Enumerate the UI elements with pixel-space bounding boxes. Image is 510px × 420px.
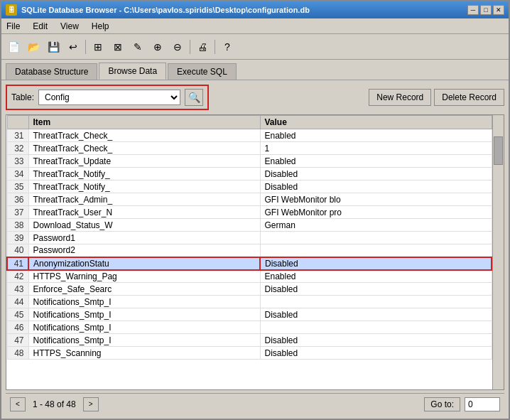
- cell-num: 41: [7, 257, 28, 270]
- cell-num: 40: [7, 244, 28, 257]
- col-header-value: Value: [260, 116, 492, 129]
- cell-value: GFI WebMonitor pro: [260, 206, 492, 219]
- table-row[interactable]: 41AnonymizationStatuDisabled: [7, 257, 492, 270]
- table-selector-box: Table: Config 🔍: [6, 85, 209, 110]
- goto-input[interactable]: [465, 397, 500, 411]
- table-row[interactable]: 45Notifications_Smtp_IDisabled: [7, 308, 492, 321]
- menu-edit[interactable]: Edit: [31, 21, 50, 32]
- table-row[interactable]: 43Enforce_Safe_SearcDisabled: [7, 283, 492, 296]
- cell-item: Enforce_Safe_Searc: [28, 283, 260, 296]
- toolbar: 📄 📂 💾 ↩ ⊞ ⊠ ✎ ⊕ ⊖ 🖨 ?: [1, 34, 509, 60]
- cell-num: 43: [7, 283, 28, 296]
- cell-num: 34: [7, 168, 28, 181]
- cell-item: ThreatTrack_User_N: [28, 206, 260, 219]
- window-controls: ─ □ ✕: [467, 5, 504, 15]
- page-info: 1 - 48 of 48: [28, 398, 80, 411]
- cell-item: Download_Status_W: [28, 219, 260, 232]
- title-bar-left: 🗄 SQLite Database Browser - C:\Users\pav…: [6, 4, 310, 16]
- menu-file[interactable]: File: [4, 21, 22, 32]
- delete-table-button[interactable]: ⊠: [109, 38, 127, 56]
- edit-table-button[interactable]: ✎: [129, 38, 147, 56]
- data-table-container: Item Value 31ThreatTrack_Check_Enabled32…: [6, 114, 504, 390]
- cell-value: [260, 321, 492, 334]
- cell-item: Password1: [28, 232, 260, 244]
- cell-item: Notifications_Smtp_I: [28, 296, 260, 308]
- cell-value: [260, 296, 492, 308]
- search-icon: 🔍: [188, 92, 200, 103]
- table-dropdown[interactable]: Config: [38, 90, 180, 105]
- scrollbar[interactable]: [492, 115, 504, 389]
- table-row[interactable]: 47Notifications_Smtp_IDisabled: [7, 334, 492, 347]
- cell-value: Disabled: [260, 283, 492, 296]
- help-button[interactable]: ?: [218, 38, 237, 56]
- table-search-button[interactable]: 🔍: [185, 89, 203, 106]
- table-row[interactable]: 39Password1: [7, 232, 492, 244]
- app-icon: 🗄: [6, 4, 17, 16]
- cell-value: [260, 232, 492, 244]
- cell-num: 48: [7, 347, 28, 360]
- table-row[interactable]: 40Password2: [7, 244, 492, 257]
- tab-database-structure[interactable]: Database Structure: [6, 63, 97, 80]
- data-table: Item Value 31ThreatTrack_Check_Enabled32…: [6, 115, 492, 360]
- prev-page-button[interactable]: <: [10, 397, 26, 411]
- menu-view[interactable]: View: [58, 21, 81, 32]
- cell-num: 46: [7, 321, 28, 334]
- cell-value: GFI WebMonitor blo: [260, 193, 492, 206]
- delete-row-button[interactable]: ⊖: [168, 38, 187, 56]
- cell-item: ThreatTrack_Admin_: [28, 193, 260, 206]
- cell-item: Notifications_Smtp_I: [28, 321, 260, 334]
- table-row[interactable]: 35ThreatTrack_Notify_Disabled: [7, 181, 492, 193]
- maximize-button[interactable]: □: [480, 5, 492, 15]
- save-button[interactable]: 💾: [44, 38, 63, 56]
- close-button[interactable]: ✕: [493, 5, 504, 15]
- table-row[interactable]: 48HTTPS_ScanningDisabled: [7, 347, 492, 360]
- cell-num: 45: [7, 308, 28, 321]
- status-bar: < 1 - 48 of 48 > Go to:: [6, 393, 504, 414]
- table-row[interactable]: 44Notifications_Smtp_I: [7, 296, 492, 308]
- goto-controls: Go to:: [424, 397, 500, 411]
- table-row[interactable]: 38Download_Status_WGerman: [7, 219, 492, 232]
- cell-value: Enabled: [260, 155, 492, 168]
- cell-item: Password2: [28, 244, 260, 257]
- cell-item: HTTPS_Warning_Pag: [28, 270, 260, 283]
- table-scroll[interactable]: Item Value 31ThreatTrack_Check_Enabled32…: [6, 115, 492, 389]
- cell-num: 33: [7, 155, 28, 168]
- table-row[interactable]: 37ThreatTrack_User_NGFI WebMonitor pro: [7, 206, 492, 219]
- tab-execute-sql[interactable]: Execute SQL: [168, 63, 237, 80]
- cell-num: 37: [7, 206, 28, 219]
- print-button[interactable]: 🖨: [193, 38, 212, 56]
- header-row: Item Value: [7, 116, 492, 129]
- table-row[interactable]: 42HTTPS_Warning_PagEnabled: [7, 270, 492, 283]
- cell-item: ThreatTrack_Check_: [28, 142, 260, 155]
- table-selector-row: Table: Config 🔍 New Record Delete Record: [6, 85, 504, 110]
- toolbar-separator-1: [85, 40, 86, 54]
- cell-item: Notifications_Smtp_I: [28, 308, 260, 321]
- minimize-button[interactable]: ─: [467, 5, 479, 15]
- cell-item: HTTPS_Scanning: [28, 347, 260, 360]
- new-record-button[interactable]: New Record: [369, 89, 431, 106]
- table-row[interactable]: 31ThreatTrack_Check_Enabled: [7, 129, 492, 142]
- add-row-button[interactable]: ⊕: [148, 38, 167, 56]
- table-row[interactable]: 32ThreatTrack_Check_1: [7, 142, 492, 155]
- cell-value: Disabled: [260, 257, 492, 270]
- delete-record-button[interactable]: Delete Record: [434, 89, 504, 106]
- table-row[interactable]: 36ThreatTrack_Admin_GFI WebMonitor blo: [7, 193, 492, 206]
- tab-browse-data[interactable]: Browse Data: [99, 63, 166, 80]
- cell-num: 47: [7, 334, 28, 347]
- undo-button[interactable]: ↩: [64, 38, 82, 56]
- open-file-button[interactable]: 📂: [24, 38, 43, 56]
- cell-num: 39: [7, 232, 28, 244]
- table-button[interactable]: ⊞: [89, 38, 107, 56]
- toolbar-separator-2: [190, 40, 190, 54]
- table-row[interactable]: 34ThreatTrack_Notify_Disabled: [7, 168, 492, 181]
- cell-value: 1: [260, 142, 492, 155]
- table-row[interactable]: 33ThreatTrack_UpdateEnabled: [7, 155, 492, 168]
- tab-bar: Database Structure Browse Data Execute S…: [1, 60, 509, 80]
- scrollbar-thumb[interactable]: [494, 136, 503, 165]
- menu-help[interactable]: Help: [89, 21, 112, 32]
- goto-button[interactable]: Go to:: [424, 397, 460, 411]
- table-row[interactable]: 46Notifications_Smtp_I: [7, 321, 492, 334]
- new-file-button[interactable]: 📄: [4, 38, 23, 56]
- next-page-button[interactable]: >: [83, 397, 99, 411]
- toolbar-separator-3: [215, 40, 215, 54]
